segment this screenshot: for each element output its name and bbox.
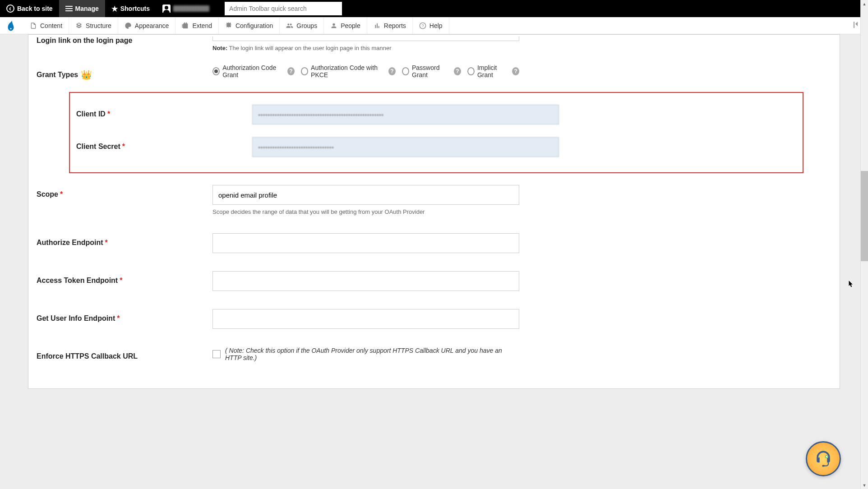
login-link-label: Login link on the login page	[37, 37, 212, 45]
help-badge-icon[interactable]: ?	[388, 67, 396, 75]
user-info-endpoint-row: Get User Info Endpoint*	[28, 300, 840, 338]
login-link-note-prefix: Note:	[212, 45, 227, 51]
grant-type-pkce-label: Authorization Code with PKCE	[311, 64, 386, 78]
login-link-input-partial[interactable]	[212, 37, 519, 41]
help-badge-icon[interactable]: ?	[512, 67, 519, 75]
user-icon	[162, 5, 171, 13]
user-menu[interactable]	[156, 0, 216, 17]
enforce-https-row: Enforce HTTPS Callback URL ( Note: Check…	[28, 338, 840, 370]
headset-icon	[813, 448, 834, 469]
star-icon	[111, 5, 118, 13]
radio-icon	[467, 67, 475, 75]
client-secret-label: Client Secret	[76, 143, 120, 151]
people-icon	[330, 22, 337, 29]
scope-label: Scope	[37, 190, 58, 198]
scope-label-col: Scope*	[37, 185, 212, 198]
hamburger-icon	[65, 6, 73, 11]
svg-text:?: ?	[421, 23, 424, 28]
required-indicator: *	[120, 277, 122, 285]
admin-top-toolbar: Back to site Manage Shortcuts	[0, 0, 868, 17]
nav-help-label: Help	[429, 22, 443, 29]
scrollbar-track[interactable]: ▲ ▼	[860, 0, 868, 489]
page-content-wrapper: Login link on the login page Note: The l…	[0, 34, 868, 489]
nav-reports-label: Reports	[384, 22, 406, 29]
user-info-endpoint-label: Get User Info Endpoint	[37, 314, 115, 323]
grant-type-password[interactable]: Password Grant ?	[402, 64, 461, 78]
credentials-highlight-box: Client ID* Client Secret*	[69, 92, 803, 173]
back-arrow-icon	[6, 5, 14, 13]
enforce-https-note: ( Note: Check this option if the OAuth P…	[225, 347, 519, 361]
scroll-up-arrow-icon[interactable]: ▲	[861, 0, 868, 8]
required-indicator: *	[117, 314, 120, 323]
manage-label: Manage	[75, 5, 99, 12]
admin-toolbar-search[interactable]	[225, 2, 342, 15]
nav-people-label: People	[341, 22, 360, 29]
structure-icon	[75, 22, 83, 29]
login-link-row: Login link on the login page Note: The l…	[28, 35, 840, 55]
config-form-panel: Login link on the login page Note: The l…	[28, 34, 840, 389]
back-to-site-link[interactable]: Back to site	[0, 0, 59, 17]
client-secret-input[interactable]	[252, 137, 559, 157]
authorize-endpoint-label: Authorize Endpoint	[37, 239, 103, 247]
grant-type-implicit[interactable]: Implicit Grant ?	[467, 64, 519, 78]
scroll-down-arrow-icon[interactable]: ▼	[861, 481, 868, 489]
nav-structure[interactable]: Structure	[69, 17, 118, 34]
nav-help[interactable]: ? Help	[413, 17, 449, 34]
scope-input[interactable]	[212, 185, 519, 205]
nav-structure-label: Structure	[86, 22, 111, 29]
authorize-endpoint-input[interactable]	[212, 233, 519, 253]
authorize-endpoint-row: Authorize Endpoint*	[28, 224, 840, 262]
grant-type-auth-code-label: Authorization Code Grant	[222, 64, 285, 78]
scrollbar-thumb[interactable]	[861, 171, 868, 261]
help-badge-icon[interactable]: ?	[454, 67, 461, 75]
grant-types-label: Grant Types	[37, 71, 78, 79]
authorize-endpoint-label-col: Authorize Endpoint*	[37, 233, 212, 247]
svg-rect-3	[822, 465, 825, 467]
shortcuts-link[interactable]: Shortcuts	[105, 0, 156, 17]
login-link-note-text: The login link will appear on the user l…	[227, 45, 391, 51]
grant-type-password-label: Password Grant	[412, 64, 451, 78]
nav-extend[interactable]: Extend	[175, 17, 219, 34]
enforce-https-checkbox[interactable]	[212, 350, 221, 358]
manage-link[interactable]: Manage	[59, 0, 105, 17]
appearance-icon	[125, 22, 132, 29]
nav-groups-label: Groups	[296, 22, 317, 29]
client-secret-label-col: Client Secret*	[76, 137, 252, 151]
enforce-https-checkbox-row: ( Note: Check this option if the OAuth P…	[212, 347, 519, 361]
client-id-input[interactable]	[252, 105, 559, 125]
nav-content[interactable]: Content	[23, 17, 69, 34]
content-icon	[30, 22, 37, 29]
drupal-logo-icon[interactable]	[6, 20, 15, 32]
back-to-site-label: Back to site	[17, 5, 53, 12]
nav-people[interactable]: People	[324, 17, 367, 34]
nav-appearance[interactable]: Appearance	[118, 17, 176, 34]
access-token-endpoint-row: Access Token Endpoint*	[28, 262, 840, 300]
client-id-row: Client ID*	[70, 98, 803, 131]
grant-types-label-col: Grant Types 👑	[37, 64, 212, 80]
required-indicator: *	[105, 239, 108, 247]
grant-type-implicit-label: Implicit Grant	[477, 64, 509, 78]
help-badge-icon[interactable]: ?	[287, 67, 295, 75]
scope-help: Scope decides the range of data that you…	[212, 208, 519, 215]
access-token-endpoint-input[interactable]	[212, 271, 519, 291]
client-id-label: Client ID	[76, 110, 106, 118]
required-indicator: *	[122, 143, 125, 151]
shortcuts-label: Shortcuts	[120, 5, 150, 12]
nav-groups[interactable]: Groups	[280, 17, 324, 34]
user-info-endpoint-input[interactable]	[212, 309, 519, 329]
login-link-help: Note: The login link will appear on the …	[212, 45, 519, 51]
enforce-https-label-col: Enforce HTTPS Callback URL	[37, 347, 212, 360]
required-indicator: *	[107, 110, 110, 118]
extend-icon	[182, 22, 189, 29]
nav-reports[interactable]: Reports	[367, 17, 413, 34]
access-token-endpoint-label-col: Access Token Endpoint*	[37, 271, 212, 285]
scope-row: Scope* Scope decides the range of data t…	[28, 176, 840, 224]
radio-icon	[301, 67, 308, 75]
enforce-https-label: Enforce HTTPS Callback URL	[37, 352, 138, 360]
grant-type-pkce[interactable]: Authorization Code with PKCE ?	[301, 64, 396, 78]
admin-secondary-toolbar: Content Structure Appearance Extend Conf…	[0, 17, 868, 34]
grant-type-auth-code[interactable]: Authorization Code Grant ?	[212, 64, 295, 78]
support-chat-button[interactable]	[806, 441, 841, 476]
crown-icon: 👑	[81, 69, 92, 80]
nav-configuration[interactable]: Configuration	[219, 17, 280, 34]
